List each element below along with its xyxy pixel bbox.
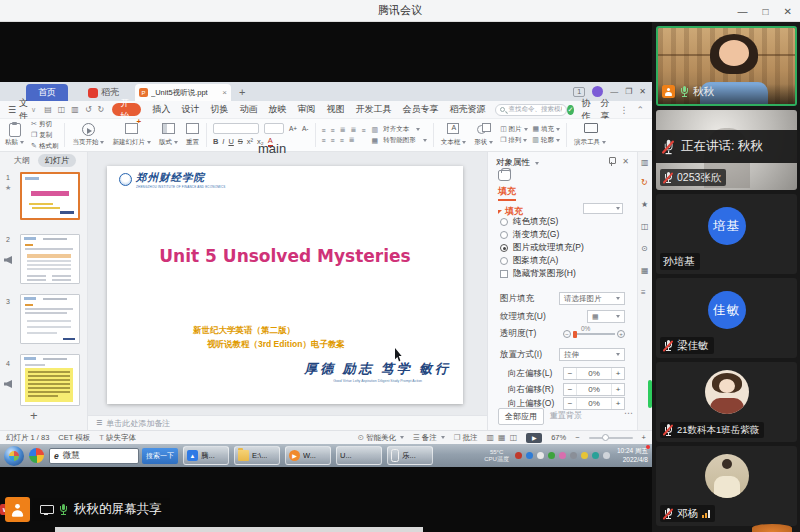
font-size-select[interactable] <box>264 123 284 134</box>
sorter-view-icon[interactable]: ▦ <box>498 433 506 442</box>
menu-tab-animation[interactable]: 动画 <box>239 103 257 116</box>
window-id-badge[interactable]: 1 <box>573 87 585 97</box>
print-icon[interactable]: ▥ <box>71 105 79 114</box>
export-icon[interactable]: ◫ <box>58 105 66 114</box>
shrink-font-button[interactable]: A- <box>302 125 309 132</box>
placement-select[interactable]: 拉伸 <box>559 348 625 361</box>
participant-tile-qiuqiu[interactable]: 秋秋 <box>656 26 797 106</box>
tab-slides[interactable]: 幻灯片 <box>38 154 76 167</box>
smartart-button[interactable]: ▦转智能图形 <box>372 136 427 145</box>
add-slide-icon[interactable]: + <box>30 408 38 423</box>
undo-icon[interactable]: ↺ <box>85 105 92 114</box>
slide-thumbnail-3[interactable] <box>20 294 80 344</box>
radio-picture-fill[interactable]: 图片或纹理填充(P) <box>500 242 584 254</box>
participant-tile-sunpeiji[interactable]: 培基 孙培基 <box>656 194 797 274</box>
radio-gradient-fill[interactable]: 渐变填充(G) <box>500 229 559 241</box>
minimize-icon[interactable]: — <box>738 6 748 17</box>
play-from-current-button[interactable]: 当页开始 <box>71 121 105 149</box>
underline-button[interactable]: U <box>228 137 233 146</box>
superscript-button[interactable]: x² <box>247 137 253 146</box>
paste-button[interactable]: 粘贴 <box>4 121 25 149</box>
menu-tab-start[interactable]: 开始 <box>112 103 141 116</box>
strip-switch-icon[interactable]: ↻ <box>641 178 648 187</box>
indent-less-icon[interactable]: ≣ <box>340 126 346 134</box>
radio-pattern-fill[interactable]: 图案填充(A) <box>500 255 558 267</box>
slider-minus-icon[interactable]: − <box>563 330 571 338</box>
zoom-slider-knob[interactable] <box>602 434 609 441</box>
grow-font-button[interactable]: A+ <box>289 125 297 132</box>
offset-right-stepper[interactable]: −0%+ <box>563 383 625 396</box>
taskbar-app-media[interactable]: ▶W... <box>285 446 331 465</box>
collapse-ribbon-icon[interactable]: ⌃ <box>636 105 644 115</box>
menu-tab-design[interactable]: 设计 <box>181 103 199 116</box>
outline-button[interactable]: ▥ 轮廓 <box>532 136 559 145</box>
participant-tile-yueziwei[interactable]: 21数科本1班岳紫薇 <box>656 362 797 442</box>
menu-tab-docer-res[interactable]: 稻壳资源 <box>449 103 485 116</box>
strip-properties-icon[interactable]: ▥ <box>641 158 649 167</box>
start-button-icon[interactable] <box>4 446 24 466</box>
tray-icon[interactable] <box>559 452 566 459</box>
reading-view-icon[interactable]: ◫ <box>510 433 518 442</box>
textbox-button[interactable]: 文本框 <box>440 121 468 149</box>
smart-beautify-button[interactable]: ⊙智能美化 <box>358 433 404 443</box>
slider-knob[interactable] <box>573 331 577 338</box>
wps-minimize-icon[interactable]: — <box>610 87 618 96</box>
fill-preset-select[interactable] <box>583 203 623 214</box>
new-tab-icon[interactable]: + <box>239 86 245 98</box>
bullet-list-icon[interactable]: ≡ <box>322 127 326 134</box>
menu-tab-insert[interactable]: 插入 <box>152 103 170 116</box>
menu-tab-slideshow[interactable]: 放映 <box>268 103 286 116</box>
taskbar-app-explorer[interactable]: E:\... <box>234 446 280 465</box>
tray-icon[interactable] <box>526 452 533 459</box>
reset-button[interactable]: 重置 <box>185 121 200 149</box>
fill-button[interactable]: ▦ 填充 <box>533 125 560 134</box>
strip-effects-icon[interactable]: ★ <box>641 200 648 209</box>
fill-tab[interactable]: 填充 <box>498 185 516 201</box>
menu-tab-devtools[interactable]: 开发工具 <box>355 103 391 116</box>
document-tab[interactable]: P _Unit5视听说.ppt × <box>135 84 231 101</box>
screen-share-indicator[interactable]: 秋秋的屏幕共享 <box>32 498 170 521</box>
slider-plus-icon[interactable]: + <box>617 330 625 338</box>
align-left-icon[interactable]: ≡ <box>322 137 326 144</box>
comments-toggle[interactable]: ❐批注 <box>454 433 478 443</box>
tab-close-icon[interactable]: × <box>222 88 227 97</box>
radio-solid-fill[interactable]: 纯色填充(S) <box>500 216 558 228</box>
offset-up-stepper[interactable]: −0%+ <box>563 397 625 410</box>
strip-media-icon[interactable]: ▦ <box>641 266 649 275</box>
tray-icon[interactable] <box>537 452 544 459</box>
slide-editor[interactable]: 郑州财经学院 ZHENGZHOU INSTITUTE OF FINANCE AN… <box>107 166 463 404</box>
strip-pages-icon[interactable]: ◫ <box>641 222 649 231</box>
arrange-button[interactable]: ❐ 排列 <box>500 136 527 145</box>
tray-icon[interactable] <box>570 452 577 459</box>
menu-tab-view[interactable]: 视图 <box>326 103 344 116</box>
italic-button[interactable]: I <box>222 137 224 146</box>
justify-icon[interactable]: ≣ <box>349 136 355 144</box>
strip-help-icon[interactable]: ⊙ <box>641 244 648 253</box>
menu-tab-review[interactable]: 审阅 <box>297 103 315 116</box>
template-name[interactable]: CET 模板 <box>58 433 90 443</box>
tray-icon[interactable] <box>515 452 522 459</box>
offset-left-stepper[interactable]: −0%+ <box>563 367 625 380</box>
slideshow-play-button[interactable]: ▶ <box>526 433 542 443</box>
slide-thumbnail-2[interactable] <box>20 234 80 284</box>
wps-user-avatar[interactable] <box>592 86 603 97</box>
taskbar-search-input[interactable]: e 微慧 <box>49 448 139 464</box>
wps-close-icon[interactable]: ✕ <box>639 87 646 96</box>
tray-icon[interactable] <box>548 452 555 459</box>
layout-button[interactable]: 版式 <box>158 121 179 149</box>
menu-tab-member[interactable]: 会员专享 <box>402 103 438 116</box>
command-search-input[interactable]: 查找命令、搜索模板 <box>495 104 567 116</box>
more-menu-icon[interactable]: ⋮ <box>619 105 628 115</box>
notes-bar[interactable]: ☰ 单击此处添加备注 <box>88 415 487 430</box>
missing-font-warning[interactable]: T缺失字体 <box>99 433 136 443</box>
texture-fill-select[interactable]: ▦ <box>587 310 625 323</box>
taskbar-search-button[interactable]: 搜索一下 <box>142 448 178 464</box>
save-icon[interactable]: ▤ <box>44 105 52 114</box>
transparency-slider[interactable]: − 0% + <box>563 330 625 338</box>
align-text-button[interactable]: ▥对齐文本 <box>372 125 427 134</box>
zoom-level[interactable]: 67% <box>551 433 566 442</box>
panel-more-icon[interactable]: ⋯ <box>624 408 633 418</box>
tray-icon[interactable] <box>603 452 610 459</box>
taskbar-app-wps[interactable]: WU... <box>336 446 382 465</box>
align-center-icon[interactable]: ≡ <box>331 137 335 144</box>
